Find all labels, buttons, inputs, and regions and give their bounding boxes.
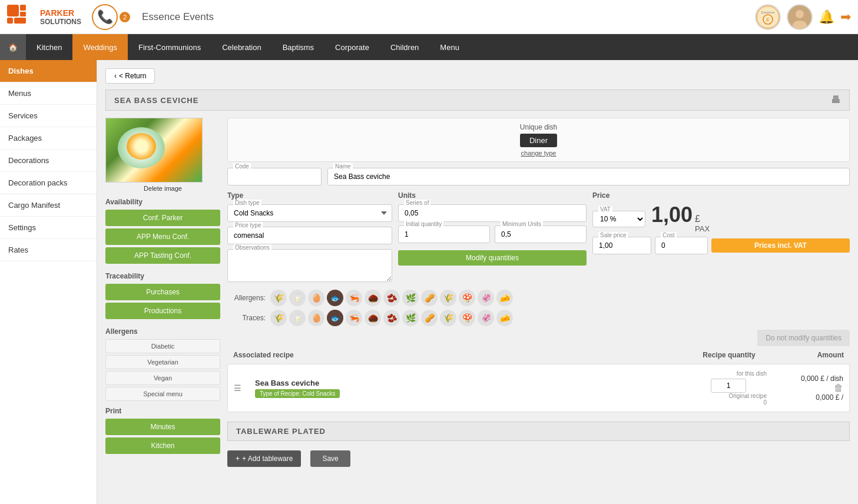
recipe-qty-label: Recipe quantity bbox=[691, 351, 767, 359]
nav-item-home[interactable]: 🏠 bbox=[0, 34, 26, 60]
name-label: Name bbox=[333, 163, 353, 170]
trace-cheese-icon[interactable]: 🧀 bbox=[496, 310, 513, 326]
trace-chestnut-icon[interactable]: 🌰 bbox=[365, 310, 381, 326]
sidebar-item-rates[interactable]: Rates bbox=[0, 239, 97, 261]
conf-parker-button[interactable]: Conf. Parker bbox=[105, 210, 220, 226]
add-tableware-button[interactable]: + + Add tableware bbox=[227, 450, 301, 467]
sidebar-item-cargo-manifest[interactable]: Cargo Manifest bbox=[0, 194, 97, 217]
diabetic-badge[interactable]: Diabetic bbox=[105, 339, 220, 353]
trace-grain-icon[interactable]: 🌾 bbox=[270, 310, 287, 326]
change-type-link[interactable]: change type bbox=[233, 150, 844, 157]
unique-dish-label: Unique dish bbox=[233, 123, 844, 131]
allergen-egg-icon[interactable]: 🥚 bbox=[308, 290, 324, 306]
code-group: Code bbox=[227, 168, 322, 185]
dish-image bbox=[105, 118, 203, 183]
nav-item-baptisms[interactable]: Baptisms bbox=[272, 34, 324, 60]
vegetarian-badge[interactable]: Vegetarian bbox=[105, 355, 220, 369]
recipe-qty-area: for this dish Original recipe 0 bbox=[690, 370, 767, 406]
app-menu-conf-button[interactable]: APP Menu Conf. bbox=[105, 228, 220, 245]
allergen-chestnut-icon[interactable]: 🌰 bbox=[365, 290, 381, 306]
trace-shrimp-icon[interactable]: 🦐 bbox=[346, 310, 362, 326]
trace-peanut-icon[interactable]: 🥜 bbox=[421, 310, 438, 326]
whatsapp-area[interactable]: 📞 2 bbox=[92, 4, 130, 30]
cost-input[interactable] bbox=[655, 237, 708, 254]
notification-bell-icon[interactable]: 🔔 bbox=[819, 9, 834, 25]
main-content: ‹ < Return SEA BASS CEVICHE 🖶 Delete ima… bbox=[97, 60, 858, 504]
vat-select[interactable]: 10 % 21 % 0 % bbox=[592, 211, 645, 227]
type-column: Type Dish type Cold Snacks Price type bbox=[227, 191, 392, 284]
recipe-header: Associated recipe Recipe quantity Amount bbox=[227, 351, 850, 359]
save-button[interactable]: Save bbox=[310, 450, 350, 467]
left-panel: Delete image Availability Conf. Parker A… bbox=[105, 118, 220, 470]
trace-mushroom-icon[interactable]: 🍄 bbox=[459, 310, 475, 326]
app-tasting-conf-button[interactable]: APP Tasting Conf. bbox=[105, 247, 220, 264]
recipe-quantity-input[interactable] bbox=[711, 379, 746, 393]
logout-door-icon[interactable]: ➡ bbox=[840, 9, 851, 25]
allergen-mushroom-icon[interactable]: 🍄 bbox=[459, 290, 475, 306]
observations-textarea[interactable] bbox=[227, 249, 392, 282]
allergen-grain-icon[interactable]: 🌾 bbox=[270, 290, 287, 306]
food-image-placeholder bbox=[106, 118, 202, 182]
do-not-modify-quantities-button[interactable]: Do not modify quantities bbox=[757, 330, 850, 346]
trace-herb-icon[interactable]: 🌿 bbox=[402, 310, 419, 326]
special-menu-badge[interactable]: Special menu bbox=[105, 387, 220, 401]
nav-item-menu[interactable]: Menu bbox=[429, 34, 470, 60]
sidebar-item-menus[interactable]: Menus bbox=[0, 82, 97, 105]
sale-price-input[interactable] bbox=[592, 237, 651, 254]
sidebar-item-decorations[interactable]: Decorations bbox=[0, 150, 97, 172]
section-title: SEA BASS CEVICHE bbox=[114, 96, 198, 105]
trace-egg-icon[interactable]: 🥚 bbox=[308, 310, 324, 326]
nav-item-first-communions[interactable]: First-Communions bbox=[128, 34, 211, 60]
nav-item-celebration[interactable]: Celebration bbox=[211, 34, 272, 60]
traceability-label: Traceability bbox=[105, 272, 220, 280]
allergen-fish-icon[interactable]: 🐟 bbox=[327, 290, 343, 306]
vat-group: VAT 10 % 21 % 0 % bbox=[592, 211, 645, 227]
sidebar-item-services[interactable]: Services bbox=[0, 105, 97, 127]
productions-button[interactable]: Productions bbox=[105, 303, 220, 319]
recipe-delete-icon[interactable]: 🗑 bbox=[834, 383, 843, 393]
header-icons: Essence E 🔔 ➡ bbox=[755, 4, 851, 30]
vegan-badge[interactable]: Vegan bbox=[105, 371, 220, 385]
allergen-peanut-icon[interactable]: 🥜 bbox=[421, 290, 438, 306]
trace-squid-icon[interactable]: 🦑 bbox=[478, 310, 494, 326]
series-of-input[interactable] bbox=[398, 204, 587, 222]
sidebar-item-dishes[interactable]: Dishes bbox=[0, 60, 97, 82]
sale-price-group: Sale price bbox=[592, 237, 651, 254]
delete-image-link[interactable]: Delete image bbox=[105, 185, 220, 192]
trace-wheat-icon[interactable]: 🌾 bbox=[440, 310, 456, 326]
trace-bean-icon[interactable]: 🫘 bbox=[383, 310, 400, 326]
sidebar-item-decoration-packs[interactable]: Decoration packs bbox=[0, 172, 97, 194]
allergen-wheat-icon[interactable]: 🌾 bbox=[440, 290, 456, 306]
sidebar-item-packages[interactable]: Packages bbox=[0, 127, 97, 150]
nav-item-corporate[interactable]: Corporate bbox=[324, 34, 380, 60]
minutes-button[interactable]: Minutes bbox=[105, 419, 220, 435]
trace-milk-icon[interactable]: 🥛 bbox=[289, 310, 306, 326]
allergen-milk-icon[interactable]: 🥛 bbox=[289, 290, 306, 306]
sidebar-collapse-button[interactable]: ❮ bbox=[97, 270, 97, 294]
allergen-shrimp-icon[interactable]: 🦐 bbox=[346, 290, 362, 306]
sidebar-item-settings[interactable]: Settings bbox=[0, 217, 97, 239]
code-input[interactable] bbox=[227, 168, 322, 185]
name-input[interactable] bbox=[327, 168, 850, 185]
print-icon[interactable]: 🖶 bbox=[831, 95, 841, 105]
kitchen-button[interactable]: Kitchen bbox=[105, 437, 220, 454]
allergen-bean-icon[interactable]: 🫘 bbox=[383, 290, 400, 306]
dish-type-select[interactable]: Cold Snacks bbox=[227, 204, 392, 222]
allergen-cheese-icon[interactable]: 🧀 bbox=[496, 290, 513, 306]
modify-quantities-button[interactable]: Modify quantities bbox=[398, 250, 587, 266]
price-type-input[interactable] bbox=[227, 227, 392, 244]
min-units-input[interactable] bbox=[495, 226, 587, 243]
initial-qty-input[interactable] bbox=[398, 226, 490, 243]
allergen-herb-icon[interactable]: 🌿 bbox=[402, 290, 419, 306]
trace-fish-icon[interactable]: 🐟 bbox=[327, 310, 343, 326]
layout: Dishes Menus Services Packages Decoratio… bbox=[0, 60, 858, 504]
recipe-amount-label: Amount bbox=[767, 351, 844, 359]
purchases-button[interactable]: Purchases bbox=[105, 284, 220, 300]
nav-item-weddings[interactable]: Weddings bbox=[72, 34, 128, 60]
return-button[interactable]: ‹ < Return bbox=[105, 68, 155, 84]
nav-item-kitchen[interactable]: Kitchen bbox=[26, 34, 72, 60]
sale-price-label: Sale price bbox=[598, 232, 628, 238]
allergen-squid-icon[interactable]: 🦑 bbox=[478, 290, 494, 306]
nav-item-children[interactable]: Children bbox=[380, 34, 429, 60]
tableware-row: + + Add tableware Save bbox=[227, 447, 850, 470]
